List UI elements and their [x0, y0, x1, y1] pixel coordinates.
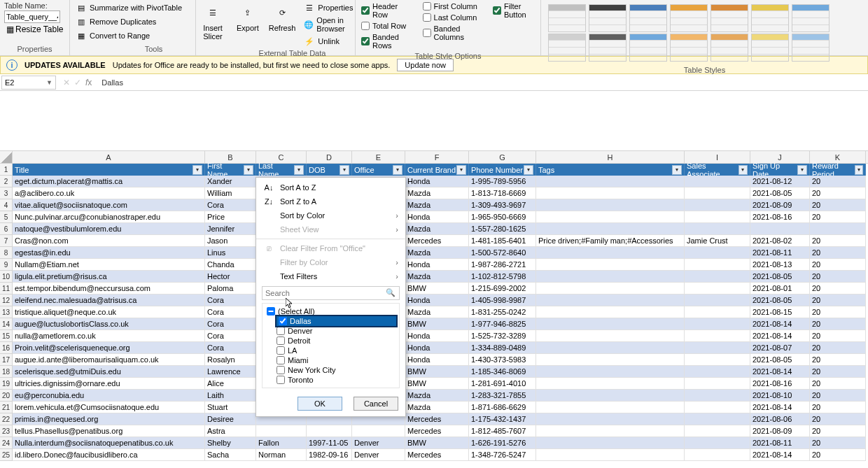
- table-style-thumb[interactable]: [710, 4, 748, 32]
- cell[interactable]: eu@perconubia.edu: [13, 390, 205, 402]
- row-header[interactable]: 10: [0, 271, 13, 283]
- cell[interactable]: 2021-08-15: [750, 306, 810, 318]
- sort-a-z[interactable]: A↓Sort A to Z: [256, 180, 405, 194]
- cell[interactable]: Jason: [205, 235, 256, 247]
- cell[interactable]: [685, 295, 750, 306]
- cell[interactable]: [536, 354, 685, 366]
- column-header[interactable]: G: [469, 151, 536, 163]
- cell[interactable]: [536, 223, 685, 235]
- cell[interactable]: 2021-08-09: [750, 199, 810, 211]
- cell[interactable]: [536, 247, 685, 259]
- cell[interactable]: 1-430-373-5983: [469, 354, 536, 366]
- select-all-corner[interactable]: [0, 151, 13, 164]
- cell[interactable]: 2021-08-02: [750, 235, 810, 247]
- fx-icon[interactable]: fx: [85, 78, 92, 87]
- cell[interactable]: 2021-08-05: [750, 354, 810, 366]
- row-header[interactable]: 15: [0, 330, 13, 342]
- cell[interactable]: [536, 199, 685, 211]
- text-filters[interactable]: Text Filters›: [256, 269, 405, 283]
- cell[interactable]: 1-348-726-5247: [469, 449, 536, 461]
- cell[interactable]: [685, 283, 750, 295]
- sort-z-a[interactable]: Z↓Sort Z to A: [256, 194, 405, 208]
- cell[interactable]: [685, 449, 750, 461]
- cell[interactable]: [536, 390, 685, 402]
- table-header-cell[interactable]: Title▾: [13, 164, 205, 176]
- banded-rows-check[interactable]: Banded Rows: [360, 32, 410, 50]
- row-header[interactable]: 20: [0, 390, 13, 402]
- cell[interactable]: 20: [810, 413, 866, 425]
- cell[interactable]: Shelby: [205, 437, 256, 449]
- cell[interactable]: 1982-09-16: [307, 449, 352, 461]
- cell[interactable]: Mazda: [405, 187, 469, 199]
- row-header[interactable]: 6: [0, 223, 13, 235]
- cell[interactable]: 1-626-191-5276: [469, 437, 536, 449]
- cell[interactable]: Mercedes: [405, 425, 469, 437]
- cell[interactable]: [685, 176, 750, 187]
- cell[interactable]: [685, 271, 750, 283]
- cell[interactable]: Honda: [405, 211, 469, 223]
- cell[interactable]: [536, 187, 685, 199]
- table-style-thumb[interactable]: [751, 4, 789, 32]
- cell[interactable]: 1-215-699-2002: [469, 283, 536, 295]
- cell[interactable]: eget.dictum.placerat@mattis.ca: [13, 176, 205, 187]
- cell[interactable]: [536, 413, 685, 425]
- cell[interactable]: Denver: [352, 449, 405, 461]
- row-header[interactable]: 18: [0, 366, 13, 378]
- cell[interactable]: ultricies.dignissim@ornare.edu: [13, 378, 205, 390]
- row-header[interactable]: 2: [0, 176, 13, 187]
- cell[interactable]: [810, 223, 866, 235]
- cell[interactable]: BMW: [405, 283, 469, 295]
- cell[interactable]: 20: [810, 271, 866, 283]
- cell[interactable]: Norman: [256, 449, 307, 461]
- cell[interactable]: 20: [810, 199, 866, 211]
- cell[interactable]: [750, 223, 810, 235]
- cell[interactable]: [536, 283, 685, 295]
- cell[interactable]: Price: [205, 211, 256, 223]
- cell[interactable]: tellus.Phasellus@penatibus.org: [13, 425, 205, 437]
- cell[interactable]: Honda: [405, 295, 469, 306]
- filter-check-item[interactable]: Denver: [276, 326, 396, 336]
- cell[interactable]: 2021-08-14: [750, 449, 810, 461]
- cell[interactable]: 1-871-686-6629: [469, 402, 536, 413]
- table-header-cell[interactable]: Sales Associate▾: [685, 164, 750, 176]
- total-row-check[interactable]: Total Row: [360, 21, 410, 31]
- cell[interactable]: Mazda: [405, 199, 469, 211]
- cell[interactable]: Mazda: [405, 402, 469, 413]
- cell[interactable]: Cras@non.com: [13, 235, 205, 247]
- cell[interactable]: [536, 330, 685, 342]
- cell[interactable]: Cora: [205, 342, 256, 354]
- cell[interactable]: BMW: [405, 378, 469, 390]
- cell[interactable]: Mercedes: [405, 449, 469, 461]
- cell[interactable]: [685, 437, 750, 449]
- cell[interactable]: [536, 306, 685, 318]
- row-header[interactable]: 22: [0, 413, 13, 425]
- cell[interactable]: 1-987-286-2721: [469, 259, 536, 271]
- cell[interactable]: 20: [810, 211, 866, 223]
- cell[interactable]: eleifend.nec.malesuada@atrisus.ca: [13, 295, 205, 306]
- cell[interactable]: 1-309-493-9697: [469, 199, 536, 211]
- cell[interactable]: 1-334-889-0489: [469, 342, 536, 354]
- cell[interactable]: 20: [810, 318, 866, 330]
- table-style-thumb[interactable]: [629, 4, 667, 32]
- cell[interactable]: Cora: [205, 295, 256, 306]
- cell[interactable]: 1-405-998-9987: [469, 295, 536, 306]
- cell[interactable]: 20: [810, 247, 866, 259]
- cell[interactable]: 2021-08-05: [750, 295, 810, 306]
- cell[interactable]: BMW: [405, 366, 469, 378]
- cell[interactable]: Honda: [405, 342, 469, 354]
- cell[interactable]: 20: [810, 366, 866, 378]
- row-header[interactable]: 25: [0, 449, 13, 461]
- filter-dropdown-icon[interactable]: ▾: [524, 165, 533, 175]
- cell[interactable]: 1-283-321-7855: [469, 390, 536, 402]
- filter-dropdown-icon[interactable]: ▾: [672, 165, 682, 175]
- cell[interactable]: 2021-08-05: [750, 271, 810, 283]
- cell[interactable]: Linus: [205, 247, 256, 259]
- cell[interactable]: [536, 211, 685, 223]
- cell[interactable]: Mercedes: [405, 235, 469, 247]
- cell[interactable]: 1-813-718-6669: [469, 187, 536, 199]
- cell[interactable]: 2021-08-16: [750, 378, 810, 390]
- cell[interactable]: 2021-08-07: [750, 342, 810, 354]
- cell[interactable]: [685, 402, 750, 413]
- cell[interactable]: Price driven;#Family man;#Accessories: [536, 235, 685, 247]
- row-header[interactable]: 5: [0, 211, 13, 223]
